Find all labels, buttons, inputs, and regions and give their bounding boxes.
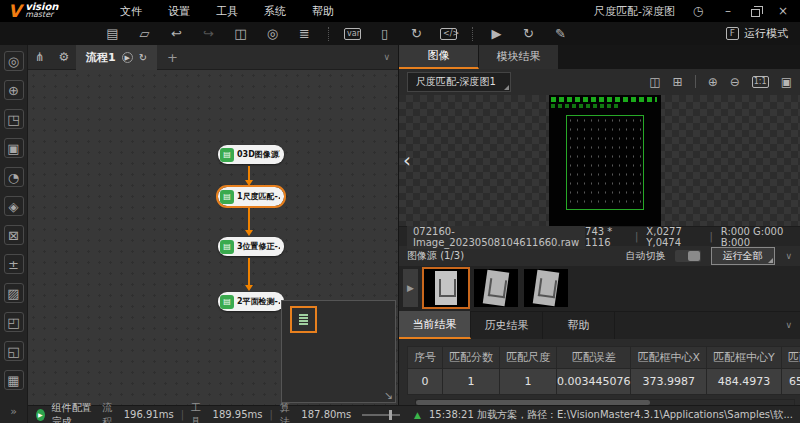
col-box-center-x: 匹配框中心X	[631, 346, 707, 368]
save-icon[interactable]: ▤	[104, 26, 121, 41]
image-size: 743 * 1116	[585, 226, 627, 248]
image-display-area[interactable]: ‹	[399, 95, 800, 227]
minimize-button[interactable]: –	[721, 4, 735, 18]
redo-icon[interactable]: ↪	[200, 26, 217, 41]
window-title: 尺度匹配-深度图	[594, 4, 675, 19]
zoom-in-icon[interactable]: ⊕	[708, 75, 718, 89]
thumbnail-2[interactable]	[474, 269, 518, 307]
flow-time-label: 流程	[102, 401, 117, 423]
undo-icon[interactable]: ↩	[168, 26, 185, 41]
flowchart-view-icon[interactable]: ⋔	[28, 50, 52, 64]
tile-view-icon[interactable]: ⊞	[673, 75, 683, 89]
tab-help[interactable]: 帮助	[543, 311, 615, 339]
flow-run-once-icon[interactable]: ▶	[122, 52, 133, 63]
image-processing-icon[interactable]: ▨	[4, 283, 24, 303]
device-icon[interactable]: ▯	[376, 26, 393, 41]
result-tabs-chevron-icon[interactable]: ∨	[785, 320, 792, 330]
acquisition-camera-icon[interactable]: ◎	[4, 51, 24, 71]
scrollbar-thumb[interactable]	[416, 400, 650, 405]
image-overlay-text	[551, 104, 618, 108]
color-processing-icon[interactable]: ◈	[4, 196, 24, 216]
menu-tools[interactable]: 工具	[216, 4, 238, 19]
node-plane-icon: ▤	[220, 295, 234, 309]
menu-system[interactable]: 系统	[264, 4, 286, 19]
menu-help[interactable]: 帮助	[312, 4, 334, 19]
window-lock-icon[interactable]: ◫	[232, 26, 249, 41]
measure-icon[interactable]: ◳	[4, 109, 24, 129]
flow-run-loop-icon[interactable]: ↻	[139, 52, 147, 63]
app-logo: V vision master	[0, 3, 112, 20]
tab-module-result[interactable]: 模块结果	[479, 45, 559, 69]
tab-image[interactable]: 图像	[399, 45, 479, 69]
variable-icon[interactable]: var	[344, 28, 361, 40]
status-divider: |	[269, 409, 272, 420]
image-overlay-text	[551, 97, 657, 102]
display-source-dropdown[interactable]: 尺度匹配-深度图1	[407, 72, 511, 92]
table-row[interactable]: 0 1 1 0.003445076 373.9987 484.4973 657.…	[408, 368, 800, 394]
auto-switch-toggle[interactable]	[675, 250, 701, 262]
run-once-icon[interactable]: ▶	[488, 26, 505, 41]
open-folder-icon[interactable]: ▱	[136, 26, 153, 41]
script-code-icon[interactable]: </>	[440, 28, 457, 40]
menu-file[interactable]: 文件	[120, 4, 142, 19]
flow-tab-1[interactable]: 流程1 ▶ ↻	[76, 45, 157, 70]
locate-target-icon[interactable]: ⊕	[4, 80, 24, 100]
image-source-row: 图像源 (1/3) 自动切换 运行全部 ∨	[399, 246, 800, 266]
status-divider: |	[181, 409, 184, 420]
node-label: 03D图像源1	[237, 149, 280, 160]
fit-window-icon[interactable]: ▣	[781, 75, 792, 89]
thumbnail-strip: ▶	[399, 266, 800, 311]
col-box-width: 匹配框宽度	[781, 346, 800, 368]
edit-scheme-icon[interactable]: ✎	[552, 26, 569, 41]
thumbnail-3[interactable]	[524, 269, 568, 307]
flow-node-plane-detect[interactable]: ▤ 2平面检测-...	[218, 292, 284, 311]
table-header-row: 序号 匹配分数 匹配尺度 匹配误差 匹配框中心X 匹配框中心Y 匹配框宽度	[408, 346, 800, 368]
zoom-out-icon[interactable]: ⊖	[730, 75, 740, 89]
minimap-viewport[interactable]	[290, 306, 317, 333]
flow-node-image-source[interactable]: ▤ 03D图像源1	[218, 145, 284, 164]
flow-node-scale-match[interactable]: ▤ 1尺度匹配-...	[218, 187, 284, 206]
communication-icon[interactable]: ◱	[4, 341, 24, 361]
calibration-icon[interactable]: ⊠	[4, 225, 24, 245]
cursor-coords: X,0277 Y,0474	[646, 226, 701, 248]
global-sync-icon[interactable]: ↻	[408, 26, 425, 41]
menu-settings[interactable]: 设置	[168, 4, 190, 19]
flow-node-position-fix[interactable]: ▤ 3位置修正-...	[218, 237, 284, 256]
recognition-icon[interactable]: ▣	[4, 138, 24, 158]
tab-history-result[interactable]: 历史结果	[471, 311, 543, 339]
thumbnail-nav-icon[interactable]: ▶	[403, 269, 418, 307]
info-divider: |	[709, 231, 712, 242]
restore-button[interactable]	[751, 9, 760, 17]
camera-capture-icon[interactable]: ◎	[264, 26, 281, 41]
add-flow-tab-button[interactable]: +	[167, 50, 178, 65]
defect-detection-icon[interactable]: ◰	[4, 312, 24, 332]
run-all-button[interactable]: 运行全部	[711, 247, 775, 265]
split-view-icon[interactable]: ◫	[649, 75, 660, 89]
cell-match-error: 0.003445076	[557, 368, 631, 394]
run-mode-button[interactable]: F 运行模式	[726, 26, 800, 41]
tab-current-result[interactable]: 当前结果	[399, 311, 471, 339]
source-row-chevron-icon[interactable]: ∨	[785, 251, 792, 261]
close-button[interactable]: ×	[776, 4, 790, 18]
flow-tabbar-chevron-icon[interactable]: ∨	[383, 52, 390, 62]
prev-image-chevron-icon[interactable]: ‹	[403, 148, 411, 172]
run-mode-icon: F	[726, 27, 739, 40]
calculator-icon[interactable]: ±	[4, 254, 24, 274]
flow-canvas[interactable]: ▤ 03D图像源1 ▤ 1尺度匹配-... ▤ 3位置修正-... ▤	[28, 70, 398, 405]
canvas-zoom-slider[interactable]	[362, 414, 400, 416]
algo-time-value: 187.80ms	[301, 409, 351, 420]
sidebar-collapse-icon[interactable]: »	[4, 401, 24, 421]
run-state-icon: ▶	[36, 409, 45, 421]
slider-handle[interactable]	[389, 410, 392, 420]
zoom-1-1-icon[interactable]: 1:1	[752, 76, 769, 88]
flow-connector	[248, 166, 250, 180]
flow-settings-icon[interactable]: ⚙	[52, 50, 76, 64]
thumbnail-1[interactable]	[424, 269, 468, 307]
timer-icon[interactable]: ◷	[691, 4, 705, 18]
logic-tools-icon[interactable]: ▦	[4, 370, 24, 390]
deep-learning-icon[interactable]: ◔	[4, 167, 24, 187]
flow-minimap[interactable]: ↘	[281, 300, 396, 403]
run-continuous-icon[interactable]: ↻	[520, 26, 537, 41]
sliders-icon[interactable]: ≣	[296, 26, 313, 41]
col-index: 序号	[408, 346, 443, 368]
